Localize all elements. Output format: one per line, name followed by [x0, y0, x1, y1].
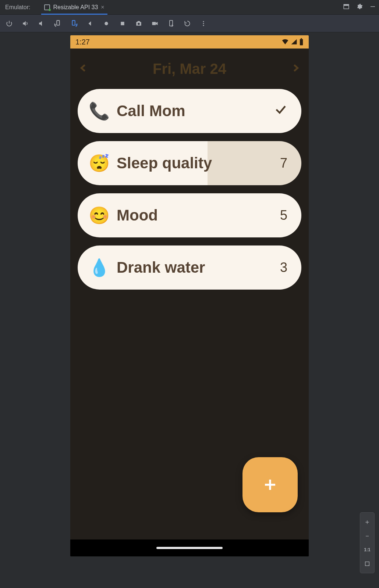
habit-label: Mood: [117, 207, 280, 224]
date-row: Fri, Mar 24: [70, 49, 309, 89]
chevron-left-icon[interactable]: [78, 61, 89, 77]
minimize-icon[interactable]: [369, 3, 376, 11]
volume-down-icon[interactable]: [38, 19, 46, 28]
zoom-out-button[interactable]: －: [360, 529, 374, 543]
check-icon: [274, 103, 287, 119]
emulator-tab[interactable]: Resizable API 33 ×: [41, 0, 107, 15]
svg-point-12: [203, 25, 204, 26]
window-icon[interactable]: [343, 3, 350, 11]
rotate-right-icon[interactable]: [70, 19, 78, 28]
habit-label: Call Mom: [117, 102, 274, 120]
rotate-left-icon[interactable]: [54, 19, 62, 28]
back-icon[interactable]: [86, 19, 94, 28]
app-body: Fri, Mar 24 📞Call Mom😴Sleep quality7😊Moo…: [70, 49, 309, 539]
record-icon[interactable]: [151, 19, 159, 28]
zoom-panel: ＋ － 1:1: [360, 512, 375, 573]
svg-rect-8: [152, 22, 156, 25]
zoom-in-button[interactable]: ＋: [360, 515, 374, 529]
more-icon[interactable]: [199, 19, 208, 28]
svg-rect-4: [72, 20, 75, 25]
svg-point-5: [105, 22, 108, 25]
device-icon: [44, 4, 50, 10]
habit-label: Drank water: [117, 259, 280, 276]
volume-up-icon[interactable]: [21, 19, 29, 28]
status-icons: [281, 38, 304, 46]
habit-value: 5: [280, 208, 287, 223]
svg-rect-14: [301, 38, 302, 39]
plus-icon: [262, 477, 278, 492]
gear-icon[interactable]: [356, 3, 363, 11]
add-button[interactable]: [242, 457, 298, 512]
emulator-toolbar: [0, 15, 379, 32]
signal-icon: [290, 38, 298, 46]
habit-value: 3: [280, 260, 287, 275]
overview-icon[interactable]: [118, 19, 127, 28]
habit-label: Sleep quality: [117, 154, 280, 172]
habit-card[interactable]: 😊Mood5: [78, 193, 301, 237]
device-screen: 1:27 Fri, Mar 24 �: [70, 35, 309, 556]
habit-cards: 📞Call Mom😴Sleep quality7😊Mood5💧Drank wat…: [70, 89, 309, 290]
svg-point-10: [203, 21, 204, 22]
svg-rect-17: [365, 562, 369, 566]
habit-icon: 💧: [88, 258, 110, 277]
habit-icon: 😴: [88, 153, 110, 173]
wifi-icon: [281, 38, 289, 46]
emulator-panel-label: Emulator:: [3, 4, 30, 11]
battery-icon: [299, 38, 304, 46]
ide-topbar: Emulator: Resizable API 33 ×: [0, 0, 379, 15]
nav-handle[interactable]: [156, 547, 223, 549]
close-icon[interactable]: ×: [101, 4, 104, 11]
svg-rect-1: [344, 4, 349, 6]
zoom-actual-button[interactable]: 1:1: [360, 543, 374, 557]
svg-point-7: [138, 22, 140, 25]
habit-card[interactable]: 📞Call Mom: [78, 89, 301, 133]
svg-rect-13: [300, 39, 303, 46]
emulator-tab-label: Resizable API 33: [53, 4, 98, 11]
svg-rect-6: [121, 22, 124, 25]
home-icon[interactable]: [102, 19, 110, 28]
habit-card[interactable]: 😴Sleep quality7: [78, 141, 301, 185]
zoom-fit-button[interactable]: [360, 557, 374, 571]
status-time: 1:27: [75, 38, 90, 46]
device-settings-icon[interactable]: [167, 19, 175, 28]
workspace: 1:27 Fri, Mar 24 �: [0, 32, 379, 588]
habit-icon: 📞: [88, 101, 110, 121]
habit-icon: 😊: [88, 205, 110, 225]
screenshot-icon[interactable]: [135, 19, 143, 28]
android-statusbar: 1:27: [70, 35, 309, 49]
power-icon[interactable]: [5, 19, 13, 28]
habit-card[interactable]: 💧Drank water3: [78, 245, 301, 290]
svg-rect-2: [371, 6, 375, 7]
chevron-right-icon[interactable]: [290, 61, 301, 77]
date-title: Fri, Mar 24: [153, 61, 226, 77]
habit-value: 7: [280, 155, 287, 171]
reset-icon[interactable]: [183, 19, 191, 28]
svg-rect-3: [57, 20, 59, 25]
svg-point-11: [203, 23, 204, 24]
android-navbar[interactable]: [70, 539, 309, 556]
